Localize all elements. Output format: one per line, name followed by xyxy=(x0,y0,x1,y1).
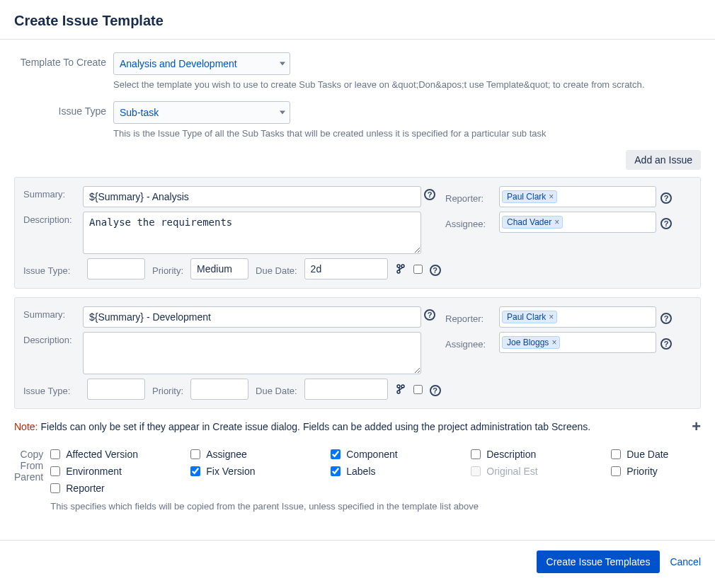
copy-hint: This specifies which fields will be copi… xyxy=(50,501,710,512)
note-prefix: Note: xyxy=(14,421,38,432)
copy-label: Copy From Parent xyxy=(14,449,50,512)
copy-section: Copy From Parent Affected VersionAssigne… xyxy=(14,449,701,512)
remove-icon[interactable]: × xyxy=(551,338,556,347)
priority-select[interactable]: Medium xyxy=(190,258,248,279)
chevron-down-icon xyxy=(280,62,285,66)
issue-checkbox[interactable] xyxy=(413,385,423,394)
issue-panel: Summary: ? Description: Reporter: Paul C… xyxy=(14,177,701,289)
copy-checkbox[interactable] xyxy=(611,449,621,459)
copy-checkbox-label: Priority xyxy=(627,466,658,477)
help-icon[interactable]: ? xyxy=(424,309,435,321)
dialog-header: Create Issue Template xyxy=(0,0,715,40)
help-icon[interactable]: ? xyxy=(430,385,441,396)
description-input[interactable] xyxy=(83,212,421,254)
branch-icon[interactable] xyxy=(395,263,406,275)
template-label: Template To Create xyxy=(14,52,113,68)
priority-select[interactable] xyxy=(190,379,248,400)
copy-checkbox[interactable] xyxy=(471,449,481,459)
reporter-label: Reporter: xyxy=(445,190,495,204)
copy-checkbox[interactable] xyxy=(611,466,621,476)
issuetype-select[interactable]: Sub-task xyxy=(113,101,290,124)
reporter-field[interactable]: Paul Clark × xyxy=(499,306,656,328)
help-icon[interactable]: ? xyxy=(430,265,441,276)
help-icon[interactable]: ? xyxy=(424,189,435,200)
chevron-down-icon xyxy=(280,111,285,115)
assignee-tag: Joe Bloggs × xyxy=(502,336,560,349)
copy-checkbox-label: Original Est xyxy=(486,466,537,477)
copy-checkbox-item[interactable]: Environment xyxy=(50,466,149,477)
remove-icon[interactable]: × xyxy=(549,312,554,322)
help-icon[interactable]: ? xyxy=(660,218,672,229)
copy-checkbox-item[interactable]: Due Date xyxy=(611,449,710,460)
assignee-field[interactable]: Joe Bloggs × xyxy=(499,332,656,353)
duedate-input[interactable] xyxy=(304,379,388,400)
issuetype-label: Issue Type xyxy=(14,101,113,117)
dialog-content: Template To Create Analysis and Developm… xyxy=(0,40,715,519)
copy-checkbox-item[interactable]: Component xyxy=(331,449,430,460)
summary-input[interactable] xyxy=(83,186,421,207)
issue-checkbox[interactable] xyxy=(413,265,423,274)
description-label: Description: xyxy=(23,332,80,374)
duedate-label: Due Date: xyxy=(256,383,297,396)
create-button[interactable]: Create Issue Templates xyxy=(537,550,660,573)
copy-checkbox-item[interactable]: Labels xyxy=(331,466,430,477)
copy-checkbox-item[interactable]: Description xyxy=(471,449,570,460)
help-icon[interactable]: ? xyxy=(660,192,672,204)
copy-checkbox-item[interactable]: Reporter xyxy=(50,483,149,494)
issuetype-select-value: Sub-task xyxy=(120,107,159,118)
priority-label: Priority: xyxy=(152,263,183,276)
duedate-input[interactable] xyxy=(304,258,388,279)
help-icon[interactable]: ? xyxy=(660,313,672,324)
note-text: Fields can only be set if they appear in… xyxy=(40,421,590,432)
issuetype-row: Issue Type Sub-task This is the Issue Ty… xyxy=(14,101,701,139)
description-label: Description: xyxy=(23,212,80,254)
copy-checkbox[interactable] xyxy=(190,449,200,459)
branch-icon[interactable] xyxy=(395,384,406,395)
duedate-label: Due Date: xyxy=(256,263,297,276)
copy-checkbox[interactable] xyxy=(50,449,60,459)
copy-checkbox xyxy=(471,466,481,476)
cancel-button[interactable]: Cancel xyxy=(670,556,701,567)
note-line: Note: Fields can only be set if they app… xyxy=(14,417,701,436)
summary-label: Summary: xyxy=(23,186,80,207)
assignee-label: Assignee: xyxy=(445,216,495,229)
reporter-tag: Paul Clark × xyxy=(502,311,557,323)
copy-checkbox-label: Affected Version xyxy=(66,449,138,460)
summary-input[interactable] xyxy=(83,306,421,328)
summary-label: Summary: xyxy=(23,306,80,328)
help-icon[interactable]: ? xyxy=(660,338,672,350)
copy-checkbox[interactable] xyxy=(50,466,60,476)
copy-checkbox-label: Fix Version xyxy=(206,466,255,477)
template-select[interactable]: Analysis and Development xyxy=(113,52,290,75)
remove-icon[interactable]: × xyxy=(549,192,554,202)
copy-checkbox-label: Component xyxy=(346,449,397,460)
add-issue-button[interactable]: Add an Issue xyxy=(626,150,701,170)
copy-checkbox[interactable] xyxy=(190,466,200,476)
dialog-title: Create Issue Template xyxy=(14,13,701,29)
add-icon[interactable]: + xyxy=(692,417,701,436)
priority-label: Priority: xyxy=(152,383,183,396)
dialog-footer: Create Issue Templates Cancel xyxy=(0,540,715,583)
description-input[interactable] xyxy=(83,332,421,374)
template-hint: Select the template you wish to use to c… xyxy=(113,79,701,90)
assignee-field[interactable]: Chad Vader × xyxy=(499,212,656,233)
copy-checkbox[interactable] xyxy=(331,449,341,459)
copy-checkbox-item: Original Est xyxy=(471,466,570,477)
copy-checkbox[interactable] xyxy=(331,466,341,476)
copy-checkbox-item[interactable]: Affected Version xyxy=(50,449,149,460)
issue-panel: Summary: ? Description: Reporter: Paul C… xyxy=(14,297,701,409)
copy-checkbox-label: Reporter xyxy=(66,483,104,494)
copy-checkbox-item[interactable]: Fix Version xyxy=(190,466,290,477)
remove-icon[interactable]: × xyxy=(554,217,559,227)
copy-checkbox[interactable] xyxy=(50,483,60,493)
copy-checkbox-label: Environment xyxy=(66,466,122,477)
copy-checkbox-item[interactable]: Assignee xyxy=(190,449,290,460)
copy-checkbox-item[interactable]: Priority xyxy=(611,466,710,477)
subissuetype-label: Issue Type: xyxy=(23,263,80,276)
issuetype-hint: This is the Issue Type of all the Sub Ta… xyxy=(113,128,701,139)
reporter-field[interactable]: Paul Clark × xyxy=(499,186,656,207)
copy-checkbox-label: Assignee xyxy=(206,449,247,460)
subissuetype-select[interactable] xyxy=(87,258,145,279)
template-row: Template To Create Analysis and Developm… xyxy=(14,52,701,90)
subissuetype-select[interactable] xyxy=(87,379,145,400)
